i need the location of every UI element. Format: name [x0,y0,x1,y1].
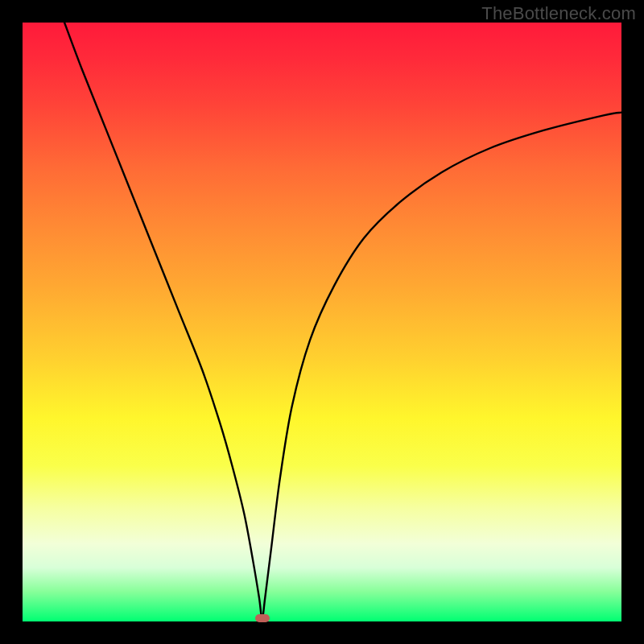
chart-plot-area [23,23,621,621]
watermark-text: TheBottleneck.com [481,3,636,24]
bottleneck-curve [23,23,621,621]
optimal-point-marker [255,614,270,622]
